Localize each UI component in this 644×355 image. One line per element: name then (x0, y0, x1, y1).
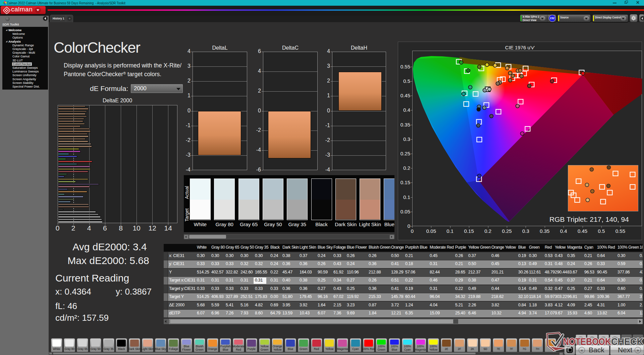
svg-text:CHECK: CHECK (611, 336, 643, 347)
svg-text:NOTEBOOK: NOTEBOOK (563, 336, 611, 347)
